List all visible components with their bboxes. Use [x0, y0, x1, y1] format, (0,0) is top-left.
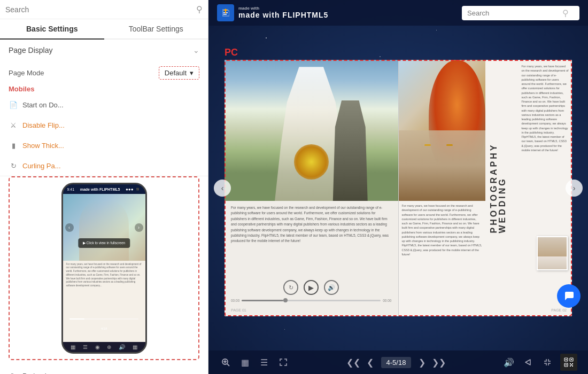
mobile-phone-mockup: 9:41 made with FLIPHTML5 ●●● ◾	[61, 183, 147, 354]
book-left-page: For many years, we have focused on the r…	[225, 60, 399, 316]
phone-qr-icon[interactable]: ▦	[133, 344, 137, 350]
tab-toolbar-settings[interactable]: ToolBar Settings	[104, 19, 208, 38]
phone-list-icon[interactable]: ☰	[83, 344, 88, 350]
pc-label: PC	[225, 47, 238, 58]
wedding-photography-title: PHOTOGRAPHYWEDDING	[490, 143, 507, 233]
svg-rect-10	[570, 363, 571, 364]
svg-rect-14	[571, 364, 572, 365]
settings-item-label: Disable Flip...	[22, 121, 65, 129]
nav-last-btn[interactable]: ❯❯	[432, 356, 445, 369]
settings-item-preload[interactable]: ↻ Preload...	[0, 365, 208, 374]
mobile-mockup-area: 9:41 made with FLIPHTML5 ●●● ◾	[9, 176, 199, 360]
fullscreen-exit-btn[interactable]	[541, 356, 554, 369]
page-mode-row: Page Mode Default ▾ Mobiles	[0, 61, 208, 85]
top-search-bar: ⚲	[462, 6, 579, 20]
svg-rect-5	[566, 359, 567, 360]
svg-line-1	[227, 364, 229, 366]
book-right-page: For many years, we have focused on the r…	[399, 60, 572, 316]
media-progress-row: 00:00 00:00	[231, 299, 392, 302]
top-bar: made with made with FLIPHTML5 ⚲	[208, 0, 588, 26]
phone-grid-icon[interactable]: ▦	[71, 344, 75, 350]
settings-item-show-thick[interactable]: ▮ Show Thick...	[0, 135, 208, 155]
phone-volume-icon[interactable]: 🔊	[119, 344, 125, 350]
toolbar-left: ▦ ☰	[219, 356, 290, 369]
page-icon: 📄	[9, 100, 18, 110]
flip-icon: ⚔	[9, 120, 18, 130]
page-display-header[interactable]: Page Display ⌄	[0, 40, 208, 61]
phone-bottom-bar: ▦ ☰ ◉ ⊕ 🔊 ▦	[63, 342, 145, 352]
nav-first-btn[interactable]: ❮❮	[347, 356, 360, 369]
page-mode-label: Page Mode	[9, 69, 154, 77]
fullscreen-overlay-btn[interactable]: ▶ Click to view in fullscreen	[78, 238, 130, 248]
qr-code-btn[interactable]	[560, 354, 577, 371]
right-page-bottom-text: For many years, we have focused on the r…	[399, 201, 485, 316]
search-bar: ⚲	[0, 0, 208, 19]
right-panel: made with made with FLIPHTML5 ⚲ PC ‹ ›	[208, 0, 588, 374]
settings-item-disable-flip[interactable]: ⚔ Disable Flip...	[0, 115, 208, 135]
search-input[interactable]	[5, 5, 192, 14]
page-indicator[interactable]: 4-5/18	[381, 357, 412, 368]
chevron-down-icon: ⌄	[193, 46, 199, 54]
settings-list: Page Display ⌄ Page Mode Default ▾ Mobil…	[0, 40, 208, 374]
page-display-section: Page Display ⌄ Page Mode Default ▾ Mobil…	[0, 40, 208, 176]
right-side-text: For many years, we have focused on the r…	[518, 60, 572, 316]
curl-icon: ↻	[9, 161, 18, 170]
media-time-start: 00:00	[231, 299, 239, 302]
small-photo	[537, 236, 568, 270]
tabs-row: Basic Settings ToolBar Settings	[0, 19, 208, 40]
nav-prev-btn[interactable]: ❮	[364, 356, 377, 369]
media-play-btn[interactable]: ▶	[304, 280, 319, 295]
phone-nav-left-arrow[interactable]: ‹	[65, 223, 74, 232]
svg-rect-9	[566, 364, 567, 365]
media-rewind-btn[interactable]: ↻	[283, 280, 298, 295]
toolbar-center: ❮❮ ❮ 4-5/18 ❯ ❯❯	[347, 356, 446, 369]
phone-eye-icon[interactable]: ◉	[95, 344, 100, 350]
bottom-toolbar: ▦ ☰ ❮❮ ❮ 4-5/18 ❯ ❯❯ 🔊	[208, 350, 588, 374]
svg-rect-13	[572, 365, 573, 367]
svg-rect-7	[571, 359, 572, 360]
media-progress-track[interactable]	[242, 300, 381, 301]
top-search-input[interactable]	[467, 9, 558, 17]
search-icon: ⚲	[196, 4, 203, 14]
share-btn[interactable]	[522, 356, 535, 369]
tab-basic-settings[interactable]: Basic Settings	[0, 19, 104, 40]
right-page-right-col: PHOTOGRAPHYWEDDING For many years, we ha…	[485, 60, 572, 316]
toolbar-right: 🔊	[502, 354, 577, 371]
phone-plus-icon[interactable]: ⊕	[107, 344, 111, 350]
page-mode-dropdown[interactable]: Default ▾	[159, 66, 199, 80]
main-content: PC ‹ › For many	[208, 26, 588, 350]
settings-item-label: Preload...	[22, 372, 52, 375]
fullscreen-enter-btn[interactable]	[277, 356, 290, 369]
phone-content: ‹ › For many years, we have focused on t…	[63, 194, 145, 342]
left-page-text: For many years, we have focused on the r…	[225, 201, 398, 260]
settings-item-label: Show Thick...	[22, 142, 64, 150]
logo-name: made with FLIPHTML5	[238, 11, 328, 19]
book-nav-left-btn[interactable]: ‹	[214, 180, 231, 197]
chat-bubble-btn[interactable]	[557, 284, 581, 308]
phone-page-number: 4/18	[101, 327, 107, 330]
list-view-btn[interactable]: ☰	[258, 356, 270, 369]
fliphtml5-logo: made with made with FLIPHTML5	[217, 4, 328, 21]
book-pages: For many years, we have focused on the r…	[225, 60, 572, 316]
nav-next-btn[interactable]: ❯	[415, 356, 428, 369]
logo-icon	[217, 4, 234, 21]
book-nav-right-btn[interactable]: ›	[566, 180, 583, 197]
right-page-left-col: For many years, we have focused on the r…	[399, 60, 485, 316]
settings-item-start-on[interactable]: 📄 Start on Do...	[0, 95, 208, 115]
svg-rect-11	[572, 363, 573, 364]
media-time-end: 00:00	[383, 299, 391, 302]
settings-item-label: Curling Pa...	[22, 162, 61, 170]
grid-view-btn[interactable]: ▦	[238, 356, 251, 369]
preload-icon: ↻	[9, 371, 18, 374]
phone-nav-right-arrow[interactable]: ›	[135, 223, 143, 232]
settings-item-curling-page[interactable]: ↻ Curling Pa...	[0, 155, 208, 176]
media-volume-btn[interactable]: 🔊	[324, 280, 339, 295]
left-panel: ⚲ Basic Settings ToolBar Settings Page D…	[0, 0, 208, 374]
dropdown-arrow-icon: ▾	[190, 69, 194, 77]
phone-logo: made with FLIPHTML5	[80, 188, 120, 191]
volume-btn[interactable]: 🔊	[502, 356, 515, 369]
zoom-in-btn[interactable]	[219, 356, 232, 369]
page-display-label: Page Display	[9, 46, 53, 54]
media-controls: ↻ ▶ 🔊	[283, 280, 339, 295]
top-search-icon: ⚲	[562, 8, 569, 18]
